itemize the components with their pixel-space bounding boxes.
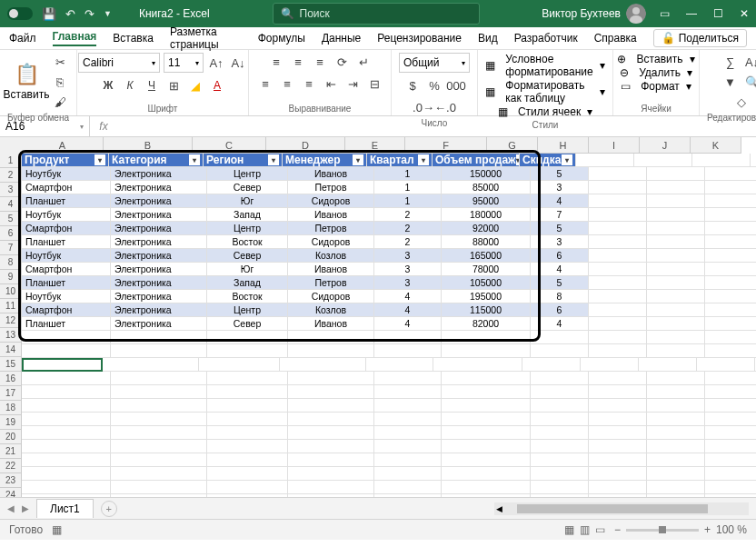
cell[interactable]: [647, 276, 705, 290]
currency-icon[interactable]: $: [403, 76, 422, 94]
cell[interactable]: [647, 331, 705, 344]
cell[interactable]: [634, 154, 692, 167]
cell[interactable]: [207, 344, 288, 358]
conditional-formatting-button[interactable]: ▦ Условное форматирование ▾: [485, 53, 605, 78]
cell[interactable]: [705, 276, 756, 290]
cell[interactable]: [207, 481, 288, 494]
undo-icon[interactable]: ↶: [65, 7, 75, 21]
close-icon[interactable]: ✕: [740, 7, 749, 20]
cell[interactable]: [288, 372, 374, 385]
cell[interactable]: Электроника: [111, 303, 207, 317]
add-sheet-button[interactable]: +: [101, 501, 117, 517]
filter-dropdown-icon[interactable]: ▾: [94, 154, 105, 165]
cell[interactable]: Юг: [207, 194, 288, 208]
cell[interactable]: [589, 385, 647, 399]
cell[interactable]: [22, 372, 111, 385]
cell[interactable]: Смартфон: [22, 263, 111, 276]
cell[interactable]: Планшет: [22, 194, 111, 208]
cell[interactable]: Смартфон: [22, 303, 111, 317]
cell[interactable]: [531, 331, 589, 344]
cell[interactable]: [589, 467, 647, 481]
cell[interactable]: Смартфон: [22, 181, 111, 194]
cell[interactable]: [647, 167, 705, 181]
cell[interactable]: [288, 467, 374, 481]
cell[interactable]: [647, 372, 705, 385]
row-header[interactable]: 22: [0, 459, 22, 473]
cell[interactable]: [705, 194, 756, 208]
cell[interactable]: [589, 181, 647, 194]
formula-input[interactable]: [117, 116, 756, 136]
cell[interactable]: [288, 440, 374, 453]
cell[interactable]: [531, 426, 589, 440]
cell[interactable]: Планшет: [22, 317, 111, 331]
row-header[interactable]: 18: [0, 401, 22, 415]
row-header[interactable]: 15: [0, 357, 22, 372]
percent-icon[interactable]: %: [425, 76, 443, 94]
paste-button[interactable]: 📋 Вставить: [7, 63, 45, 101]
cell[interactable]: Запад: [207, 208, 288, 222]
cell[interactable]: [207, 413, 288, 426]
cell[interactable]: [374, 440, 442, 453]
cell[interactable]: [705, 235, 756, 249]
wrap-text-icon[interactable]: ↵: [354, 53, 373, 71]
cell[interactable]: [705, 467, 756, 481]
cell[interactable]: 3: [374, 276, 442, 290]
row-header[interactable]: 7: [0, 241, 22, 255]
cell[interactable]: [705, 181, 756, 194]
increase-font-icon[interactable]: A↑: [207, 54, 225, 72]
tab-insert[interactable]: Вставка: [113, 32, 154, 45]
cell[interactable]: [589, 317, 647, 331]
row-header[interactable]: 8: [0, 255, 22, 270]
cell[interactable]: [589, 263, 647, 276]
cell[interactable]: [374, 426, 442, 440]
row-header[interactable]: 10: [0, 284, 22, 299]
font-color-icon[interactable]: A: [208, 76, 226, 94]
cell[interactable]: Козлов: [288, 249, 374, 263]
cell[interactable]: [207, 399, 288, 413]
cell[interactable]: [589, 399, 647, 413]
cell[interactable]: 88000: [442, 235, 531, 249]
macro-icon[interactable]: ▦: [52, 523, 62, 536]
cell[interactable]: 85000: [442, 181, 531, 194]
row-header[interactable]: 13: [0, 328, 22, 343]
cell[interactable]: [531, 481, 589, 494]
cell[interactable]: Ноутбук: [22, 290, 111, 303]
row-header[interactable]: 24: [0, 488, 22, 497]
cell[interactable]: [22, 467, 111, 481]
cell[interactable]: [589, 208, 647, 222]
cell[interactable]: [589, 413, 647, 426]
cell[interactable]: [705, 222, 756, 235]
tab-developer[interactable]: Разработчик: [514, 32, 578, 45]
cell[interactable]: 2: [374, 235, 442, 249]
cell[interactable]: [589, 440, 647, 453]
cell[interactable]: [589, 167, 647, 181]
row-header[interactable]: 17: [0, 386, 22, 401]
column-header[interactable]: E: [345, 137, 405, 154]
cell[interactable]: 4: [531, 317, 589, 331]
cell[interactable]: 2: [374, 208, 442, 222]
cell[interactable]: Электроника: [111, 194, 207, 208]
cell[interactable]: [374, 481, 442, 494]
cell[interactable]: Юг: [207, 263, 288, 276]
cell[interactable]: [647, 317, 705, 331]
cell[interactable]: [22, 344, 111, 358]
cell[interactable]: Иванов: [288, 167, 374, 181]
cell[interactable]: [22, 481, 111, 494]
cell[interactable]: Восток: [207, 235, 288, 249]
column-header[interactable]: F: [405, 137, 487, 154]
cell[interactable]: [288, 453, 374, 467]
cell[interactable]: [647, 208, 705, 222]
cell[interactable]: [692, 154, 751, 167]
sort-filter-icon[interactable]: A↓: [743, 53, 756, 71]
cell[interactable]: [705, 426, 756, 440]
cell[interactable]: [589, 331, 647, 344]
cell[interactable]: [589, 426, 647, 440]
cell[interactable]: [647, 290, 705, 303]
cell[interactable]: [207, 426, 288, 440]
cell[interactable]: [705, 263, 756, 276]
cell[interactable]: [705, 317, 756, 331]
cell[interactable]: [207, 372, 288, 385]
cell[interactable]: 1: [374, 194, 442, 208]
insert-cells-button[interactable]: ⊕ Вставить ▾: [617, 53, 695, 65]
cell[interactable]: [366, 358, 433, 372]
